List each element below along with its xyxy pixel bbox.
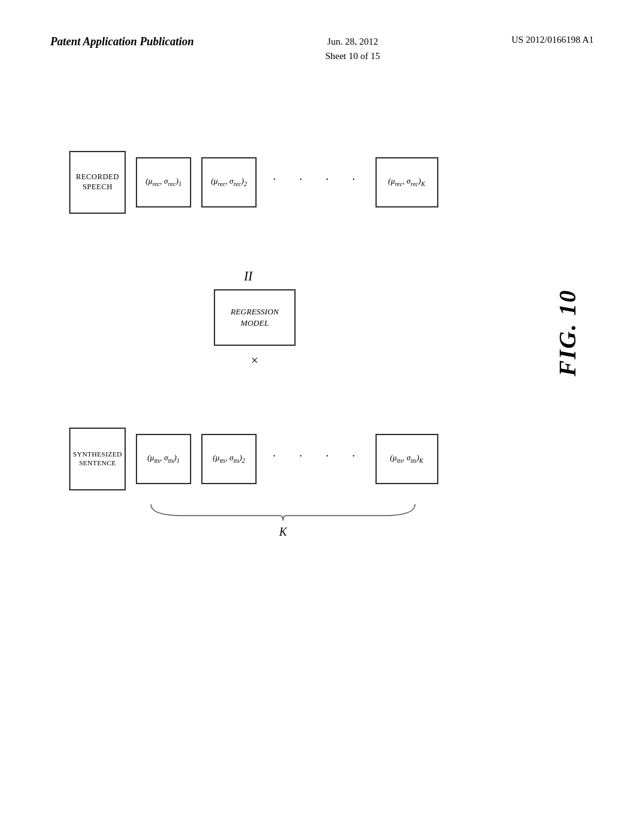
recorded-speech-box: RECORDEDSPEECH	[69, 151, 126, 214]
top-dots: · · · ·	[273, 173, 359, 186]
param-box-tts-1: (μtts, σtts)1	[136, 434, 191, 484]
synthesized-sentence-box: SYNTHESIZEDSENTENCE	[69, 428, 126, 490]
bottom-dots: · · · ·	[273, 450, 359, 463]
regression-model-label: REGRESSIONMODEL	[231, 306, 279, 329]
param-box-rec-2: (μrec, σrec)2	[201, 157, 257, 208]
param-label-tts-1: (μtts, σtts)1	[147, 453, 179, 465]
synthesized-sentence-label: SYNTHESIZEDSENTENCE	[73, 450, 122, 468]
date-sheet-info: Jun. 28, 2012 Sheet 10 of 15	[325, 35, 380, 63]
regression-model-box: REGRESSIONMODEL	[214, 289, 296, 346]
brace-label: K	[145, 526, 421, 539]
brace-container: K	[145, 503, 421, 539]
main-diagram: FIG. 10 RECORDEDSPEECH (μrec, σrec)1 (μr…	[50, 113, 594, 780]
top-row: RECORDEDSPEECH (μrec, σrec)1 (μrec, σrec…	[69, 151, 438, 214]
param-box-tts-2: (μtts, σtts)2	[201, 434, 257, 484]
operator-ii: II	[244, 269, 252, 284]
param-box-rec-k: (μrec, σrec)K	[375, 157, 438, 208]
publication-label: Patent Application Publication	[50, 35, 194, 49]
recorded-speech-label: RECORDEDSPEECH	[76, 172, 119, 192]
param-label-rec-1: (μrec, σrec)1	[145, 176, 181, 188]
param-box-rec-1: (μrec, σrec)1	[136, 157, 191, 208]
bottom-row: SYNTHESIZEDSENTENCE (μtts, σtts)1 (μtts,…	[69, 428, 438, 490]
param-label-tts-k: (μtts, σtts)K	[390, 453, 423, 465]
operator-x: ×	[250, 353, 259, 368]
param-box-tts-k: (μtts, σtts)K	[375, 434, 438, 484]
param-label-rec-k: (μrec, σrec)K	[388, 176, 425, 188]
page-header: Patent Application Publication Jun. 28, …	[0, 35, 644, 63]
param-label-rec-2: (μrec, σrec)2	[211, 176, 247, 188]
figure-label: FIG. 10	[553, 289, 581, 377]
param-label-tts-2: (μtts, σtts)2	[213, 453, 245, 465]
patent-number: US 2012/0166198 A1	[511, 35, 594, 45]
brace-svg	[145, 503, 421, 522]
